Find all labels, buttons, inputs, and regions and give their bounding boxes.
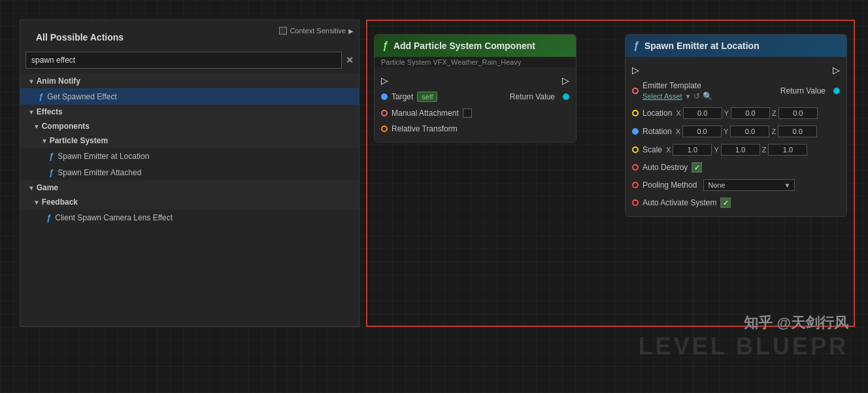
scale-x-label: X bbox=[666, 146, 671, 154]
item-label: Get Spawned Effect bbox=[47, 92, 117, 101]
select-asset-reset-icon[interactable]: ↺ bbox=[693, 92, 700, 101]
exec-out-icon: ▷ bbox=[562, 75, 569, 86]
node-subtitle: Particle System VFX_Weather_Rain_Heavy bbox=[375, 57, 576, 67]
scale-x-input[interactable] bbox=[673, 144, 712, 156]
rotation-z-label: Z bbox=[771, 128, 776, 135]
scale-label: Scale bbox=[643, 145, 662, 154]
rotation-x-label: X bbox=[676, 128, 680, 135]
location-row: Location X Y Z bbox=[626, 104, 846, 122]
auto-activate-checkbox[interactable]: ✓ bbox=[720, 197, 731, 208]
context-checkbox[interactable] bbox=[279, 27, 287, 35]
list-item[interactable]: ƒ Spawn Emitter at Location bbox=[20, 148, 359, 164]
location-label: Location bbox=[643, 109, 672, 118]
spawn-return-label: Return Value bbox=[780, 86, 826, 95]
auto-destroy-label: Auto Destroy bbox=[643, 163, 688, 172]
rotation-z-input[interactable] bbox=[778, 126, 817, 137]
triangle-anim-notify: ▼ bbox=[28, 78, 37, 85]
watermark-chinese: 知乎 @天剑行风 bbox=[639, 313, 848, 333]
scale-y-input[interactable] bbox=[721, 144, 760, 156]
spawn-exec-row: ▷ ▷ bbox=[626, 62, 846, 78]
node-spawn-body: ▷ ▷ Emitter Template Select Asset ▼ ↺ 🔍 … bbox=[626, 57, 846, 216]
location-x-input[interactable] bbox=[683, 107, 722, 119]
triangle-particle: ▼ bbox=[41, 137, 50, 145]
item-label: Spawn Emitter at Location bbox=[58, 152, 149, 161]
pooling-method-pin bbox=[632, 182, 639, 188]
location-y-input[interactable] bbox=[731, 107, 770, 119]
scale-row: Scale X Y Z bbox=[626, 141, 846, 159]
select-asset-nav-icon[interactable]: 🔍 bbox=[703, 92, 712, 101]
item-label: Client Spawn Camera Lens Effect bbox=[55, 213, 173, 222]
blueprint-area: ƒ Add Particle System Component Particle… bbox=[366, 20, 855, 327]
triangle-components: ▼ bbox=[33, 123, 42, 130]
context-sensitive-label: Context Sensitive bbox=[290, 27, 346, 35]
spawn-exec-out-icon: ▷ bbox=[833, 65, 840, 75]
node-spawn-header: ƒ Spawn Emitter at Location bbox=[626, 35, 846, 57]
target-pin bbox=[381, 94, 388, 100]
node-add-particle: ƒ Add Particle System Component Particle… bbox=[374, 34, 576, 143]
node-add-particle-body: ▷ ▷ Target self Return Value Manual Atta… bbox=[375, 67, 576, 142]
target-label: Target bbox=[392, 92, 413, 101]
func-icon: ƒ bbox=[49, 167, 54, 177]
triangle-game: ▼ bbox=[28, 184, 37, 192]
search-input[interactable] bbox=[25, 52, 342, 69]
auto-activate-label: Auto Activate System bbox=[643, 198, 716, 207]
scale-z-input[interactable] bbox=[768, 144, 807, 156]
actions-panel: All Possible Actions Context Sensitive ▶… bbox=[20, 20, 359, 327]
location-y-label: Y bbox=[724, 109, 729, 117]
emitter-template-pin bbox=[632, 88, 639, 94]
subcategory-feedback: ▼ Feedback bbox=[20, 195, 359, 209]
spawn-return-pin bbox=[833, 88, 840, 94]
search-clear-button[interactable]: ✕ bbox=[346, 55, 354, 65]
emitter-template-row: Emitter Template Select Asset ▼ ↺ 🔍 Retu… bbox=[626, 78, 846, 104]
relative-transform-pin bbox=[381, 126, 388, 132]
return-value-pin bbox=[563, 94, 569, 100]
scale-pin bbox=[632, 146, 639, 153]
pooling-method-value: None bbox=[708, 181, 725, 189]
scale-xyz: X Y Z bbox=[666, 144, 807, 156]
manual-attachment-checkbox[interactable] bbox=[463, 109, 472, 118]
dropdown-arrow-icon: ▼ bbox=[784, 182, 790, 189]
pooling-method-dropdown[interactable]: None ▼ bbox=[703, 179, 795, 191]
func-icon: ƒ bbox=[46, 213, 51, 222]
node-add-particle-title: Add Particle System Component bbox=[393, 41, 535, 51]
rotation-y-label: Y bbox=[724, 128, 728, 135]
rotation-x-input[interactable] bbox=[682, 126, 722, 137]
relative-transform-row: Relative Transform bbox=[375, 121, 576, 137]
self-tag: self bbox=[417, 92, 437, 102]
rotation-y-input[interactable] bbox=[730, 126, 769, 137]
list-item[interactable]: ƒ Get Spawned Effect bbox=[20, 88, 359, 105]
node-spawn-emitter: ƒ Spawn Emitter at Location ▷ ▷ Emitter … bbox=[625, 34, 847, 217]
target-row: Target self Return Value bbox=[375, 88, 576, 105]
rotation-label: Rotation bbox=[643, 127, 672, 136]
auto-activate-row: Auto Activate System ✓ bbox=[626, 194, 846, 211]
spawn-exec-in-icon: ▷ bbox=[632, 65, 639, 75]
node-spawn-title: Spawn Emitter at Location bbox=[644, 41, 760, 51]
list-item[interactable]: ƒ Client Spawn Camera Lens Effect bbox=[20, 209, 359, 226]
category-anim-notify: ▼ Anim Notify bbox=[20, 74, 359, 88]
list-item[interactable]: ƒ Spawn Emitter Attached bbox=[20, 164, 359, 180]
location-pin bbox=[632, 110, 639, 116]
scale-z-label: Z bbox=[762, 146, 767, 154]
location-x-label: X bbox=[676, 109, 680, 117]
location-xyz: X Y Z bbox=[676, 107, 817, 119]
triangle-effects: ▼ bbox=[28, 109, 37, 116]
watermark-english: LEVEL BLUEPR bbox=[639, 333, 848, 360]
category-effects: ▼ Effects bbox=[20, 105, 359, 119]
pooling-method-label: Pooling Method bbox=[643, 180, 697, 190]
func-icon: ƒ bbox=[49, 151, 54, 161]
rotation-pin bbox=[632, 128, 639, 135]
pooling-method-row: Pooling Method None ▼ bbox=[626, 176, 846, 194]
category-game: ▼ Game bbox=[20, 180, 359, 195]
auto-destroy-pin bbox=[632, 164, 639, 171]
item-label: Spawn Emitter Attached bbox=[58, 168, 141, 177]
exec-row: ▷ ▷ bbox=[375, 73, 576, 88]
auto-activate-pin bbox=[632, 199, 639, 206]
tree-container: ▼ Anim Notify ƒ Get Spawned Effect ▼ Eff… bbox=[20, 71, 359, 326]
manual-attachment-label: Manual Attachment bbox=[392, 109, 459, 118]
func-icon: ƒ bbox=[39, 92, 43, 101]
select-asset-link[interactable]: Select Asset bbox=[643, 92, 682, 100]
auto-destroy-checkbox[interactable]: ✓ bbox=[692, 162, 702, 173]
context-sensitive-row: Context Sensitive ▶ bbox=[279, 27, 354, 35]
location-z-input[interactable] bbox=[778, 107, 818, 119]
rotation-xyz: X Y Z bbox=[676, 126, 817, 137]
